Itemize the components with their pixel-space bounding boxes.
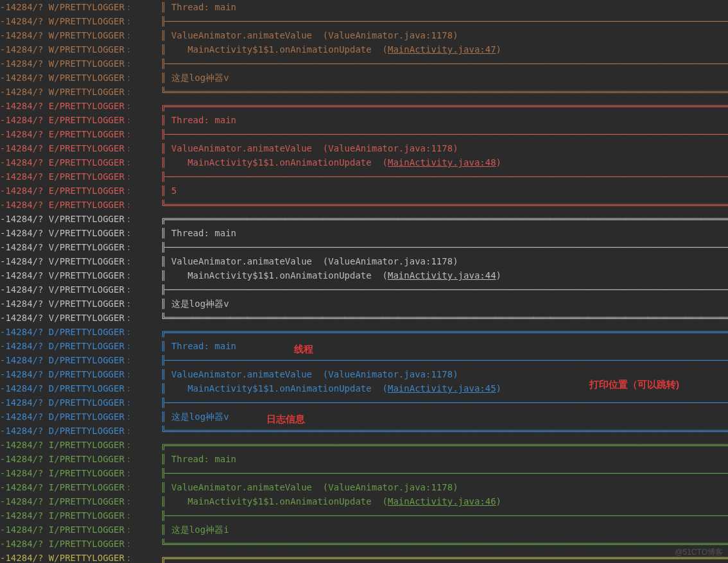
log-prefix: -14284/? E/PRETTYLOGGER﹕ — [0, 184, 160, 198]
log-prefix: -14284/? D/PRETTYLOGGER﹕ — [0, 353, 160, 367]
log-content: ║ Thread: main — [160, 339, 728, 353]
log-line: -14284/? W/PRETTYLOGGER﹕ ║ ValueAnimator… — [0, 28, 728, 42]
log-line: -14284/? W/PRETTYLOGGER﹕ ╟──────────────… — [0, 14, 728, 28]
log-content: ╟───────────────────────────────────────… — [160, 353, 728, 367]
log-output: -14284/? W/PRETTYLOGGER﹕ ║ Thread: main-… — [0, 0, 728, 563]
log-prefix: -14284/? I/PRETTYLOGGER﹕ — [0, 452, 160, 466]
watermark: @51CTO博客 — [675, 545, 723, 559]
log-content: ╚═══════════════════════════════════════… — [160, 537, 728, 551]
log-prefix: -14284/? V/PRETTYLOGGER﹕ — [0, 297, 160, 311]
log-content: ╟───────────────────────────────────────… — [160, 466, 728, 480]
log-line: -14284/? D/PRETTYLOGGER﹕ ╟──────────────… — [0, 353, 728, 367]
log-prefix: -14284/? V/PRETTYLOGGER﹕ — [0, 212, 160, 226]
log-content: ║ ValueAnimator.animateValue (ValueAnima… — [160, 141, 728, 155]
log-content: ╟───────────────────────────────────────… — [160, 127, 728, 141]
log-line: -14284/? V/PRETTYLOGGER﹕ ║ MainActivity$… — [0, 268, 728, 282]
log-prefix: -14284/? I/PRETTYLOGGER﹕ — [0, 537, 160, 551]
log-line: -14284/? V/PRETTYLOGGER﹕ ║ 这是log神器v — [0, 297, 728, 311]
log-line: -14284/? I/PRETTYLOGGER﹕ ╟──────────────… — [0, 508, 728, 523]
log-prefix: -14284/? W/PRETTYLOGGER﹕ — [0, 28, 160, 42]
log-content: ║ MainActivity$1$1.onAnimationUpdate (Ma… — [160, 155, 728, 169]
log-prefix: -14284/? D/PRETTYLOGGER﹕ — [0, 367, 160, 381]
log-content: ║ Thread: main — [160, 226, 728, 240]
log-content: ║ 这是log神器v — [160, 410, 728, 424]
log-line: -14284/? E/PRETTYLOGGER﹕ ║ Thread: main — [0, 113, 728, 127]
log-prefix: -14284/? D/PRETTYLOGGER﹕ — [0, 395, 160, 410]
annotation-location: 打印位置（可以跳转) — [589, 377, 679, 392]
log-prefix: -14284/? W/PRETTYLOGGER﹕ — [0, 0, 160, 14]
log-prefix: -14284/? W/PRETTYLOGGER﹕ — [0, 85, 160, 99]
log-content: ║ 这是log神器v — [160, 71, 728, 85]
source-link[interactable]: MainActivity.java:45 — [388, 383, 496, 394]
log-content: ║ 这是log神器i — [160, 523, 728, 537]
log-content: ╟───────────────────────────────────────… — [160, 169, 728, 184]
log-line: -14284/? D/PRETTYLOGGER﹕ ╚══════════════… — [0, 424, 728, 438]
source-link[interactable]: MainActivity.java:46 — [388, 496, 496, 507]
log-content: ║ ValueAnimator.animateValue (ValueAnima… — [160, 254, 728, 268]
log-line: -14284/? W/PRETTYLOGGER﹕ ║ MainActivity$… — [0, 42, 728, 56]
log-content: ╔═══════════════════════════════════════… — [160, 212, 728, 226]
log-content: ╚═══════════════════════════════════════… — [160, 424, 728, 438]
log-line: -14284/? D/PRETTYLOGGER﹕ ║ Thread: main — [0, 339, 728, 353]
log-content: ║ Thread: main — [160, 0, 728, 14]
log-prefix: -14284/? W/PRETTYLOGGER﹕ — [0, 14, 160, 28]
source-link[interactable]: MainActivity.java:48 — [388, 157, 496, 168]
log-prefix: -14284/? I/PRETTYLOGGER﹕ — [0, 494, 160, 508]
log-content: ╟───────────────────────────────────────… — [160, 282, 728, 297]
log-content: ║ MainActivity$1$1.onAnimationUpdate (Ma… — [160, 42, 728, 56]
log-prefix: -14284/? W/PRETTYLOGGER﹕ — [0, 71, 160, 85]
log-prefix: -14284/? I/PRETTYLOGGER﹕ — [0, 466, 160, 480]
log-line: -14284/? V/PRETTYLOGGER﹕ ╚══════════════… — [0, 311, 728, 325]
log-prefix: -14284/? I/PRETTYLOGGER﹕ — [0, 508, 160, 523]
log-line: -14284/? V/PRETTYLOGGER﹕ ╟──────────────… — [0, 282, 728, 297]
log-line: -14284/? V/PRETTYLOGGER﹕ ╔══════════════… — [0, 212, 728, 226]
log-content: ╔═══════════════════════════════════════… — [160, 99, 728, 113]
log-content: ╔═══════════════════════════════════════… — [160, 325, 728, 339]
log-content: ╟───────────────────────────────────────… — [160, 240, 728, 254]
log-line: -14284/? W/PRETTYLOGGER﹕ ║ Thread: main — [0, 0, 728, 14]
log-line: -14284/? W/PRETTYLOGGER﹕ ╔══════════════… — [0, 551, 728, 563]
log-prefix: -14284/? D/PRETTYLOGGER﹕ — [0, 381, 160, 395]
log-line: -14284/? E/PRETTYLOGGER﹕ ╔══════════════… — [0, 99, 728, 113]
source-link[interactable]: MainActivity.java:47 — [388, 44, 496, 55]
log-line: -14284/? V/PRETTYLOGGER﹕ ║ ValueAnimator… — [0, 254, 728, 268]
source-link[interactable]: MainActivity.java:44 — [388, 270, 496, 281]
log-line: -14284/? I/PRETTYLOGGER﹕ ║ MainActivity$… — [0, 494, 728, 508]
log-content: ╔═══════════════════════════════════════… — [160, 438, 728, 452]
log-line: -14284/? W/PRETTYLOGGER﹕ ║ 这是log神器v — [0, 71, 728, 85]
log-content: ║ Thread: main — [160, 113, 728, 127]
log-line: -14284/? D/PRETTYLOGGER﹕ ╔══════════════… — [0, 325, 728, 339]
log-prefix: -14284/? E/PRETTYLOGGER﹕ — [0, 141, 160, 155]
log-line: -14284/? I/PRETTYLOGGER﹕ ║ ValueAnimator… — [0, 480, 728, 494]
log-line: -14284/? I/PRETTYLOGGER﹕ ╟──────────────… — [0, 466, 728, 480]
log-line: -14284/? E/PRETTYLOGGER﹕ ╚══════════════… — [0, 198, 728, 212]
log-content: ║ 5 — [160, 184, 728, 198]
log-prefix: -14284/? E/PRETTYLOGGER﹕ — [0, 113, 160, 127]
log-content: ╟───────────────────────────────────────… — [160, 14, 728, 28]
log-prefix: -14284/? E/PRETTYLOGGER﹕ — [0, 155, 160, 169]
log-content: ╚═══════════════════════════════════════… — [160, 311, 728, 325]
log-line: -14284/? W/PRETTYLOGGER﹕ ╚══════════════… — [0, 85, 728, 99]
log-content: ║ 这是log神器v — [160, 297, 728, 311]
log-content: ║ MainActivity$1$1.onAnimationUpdate (Ma… — [160, 268, 728, 282]
log-prefix: -14284/? E/PRETTYLOGGER﹕ — [0, 169, 160, 184]
log-content: ║ Thread: main — [160, 452, 728, 466]
log-prefix: -14284/? W/PRETTYLOGGER﹕ — [0, 56, 160, 71]
log-prefix: -14284/? W/PRETTYLOGGER﹕ — [0, 551, 160, 563]
log-content: ╚═══════════════════════════════════════… — [160, 198, 728, 212]
log-prefix: -14284/? I/PRETTYLOGGER﹕ — [0, 438, 160, 452]
log-prefix: -14284/? V/PRETTYLOGGER﹕ — [0, 311, 160, 325]
log-line: -14284/? I/PRETTYLOGGER﹕ ║ 这是log神器i — [0, 523, 728, 537]
log-prefix: -14284/? D/PRETTYLOGGER﹕ — [0, 424, 160, 438]
log-content: ╔═══════════════════════════════════════… — [160, 551, 728, 563]
log-prefix: -14284/? V/PRETTYLOGGER﹕ — [0, 282, 160, 297]
log-content: ╟───────────────────────────────────────… — [160, 508, 728, 523]
log-prefix: -14284/? V/PRETTYLOGGER﹕ — [0, 254, 160, 268]
log-line: -14284/? D/PRETTYLOGGER﹕ ╟──────────────… — [0, 395, 728, 410]
log-line: -14284/? I/PRETTYLOGGER﹕ ║ Thread: main — [0, 452, 728, 466]
log-content: ║ ValueAnimator.animateValue (ValueAnima… — [160, 28, 728, 42]
log-prefix: -14284/? D/PRETTYLOGGER﹕ — [0, 325, 160, 339]
log-line: -14284/? V/PRETTYLOGGER﹕ ╟──────────────… — [0, 240, 728, 254]
log-prefix: -14284/? V/PRETTYLOGGER﹕ — [0, 268, 160, 282]
log-content: ╚═══════════════════════════════════════… — [160, 85, 728, 99]
